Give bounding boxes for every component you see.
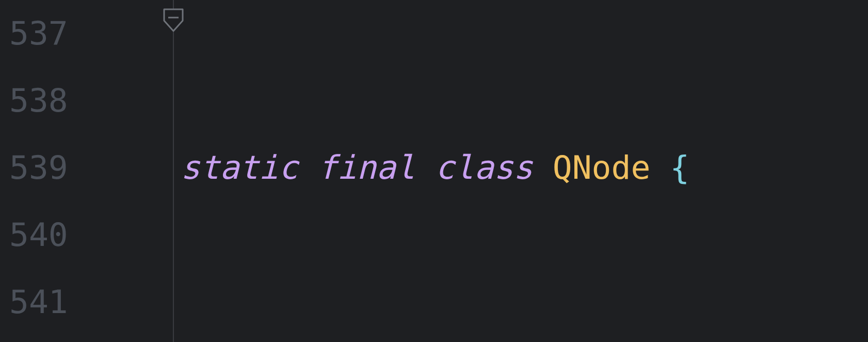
code-area[interactable]: static final class QNode { volatile QNod… <box>181 0 868 342</box>
space <box>533 134 553 201</box>
space <box>298 134 318 201</box>
punct-token: ; <box>635 336 655 342</box>
collapse-icon <box>163 8 184 33</box>
line-number: 541 <box>9 269 93 336</box>
punct-token: { <box>670 134 689 201</box>
line-number: 538 <box>9 67 93 134</box>
keyword-token: static <box>181 134 298 201</box>
space <box>420 336 439 342</box>
identifier-token: next <box>557 336 635 342</box>
keyword-token: final <box>318 134 416 201</box>
fold-gutter <box>93 0 181 342</box>
keyword-token: class <box>435 134 533 201</box>
line-number: 540 <box>9 201 93 269</box>
type-token: QNode <box>439 336 537 342</box>
type-token: QNode <box>553 134 651 201</box>
code-editor[interactable]: 537 538 539 540 541 static final class Q… <box>0 0 868 342</box>
space <box>415 134 435 201</box>
line-number-gutter: 537 538 539 540 541 <box>0 0 93 342</box>
fold-toggle[interactable] <box>163 8 184 33</box>
space <box>537 336 557 342</box>
code-line[interactable]: volatile QNode next; <box>181 336 868 342</box>
keyword-token: volatile <box>263 336 420 342</box>
space <box>650 134 670 201</box>
indent-guide <box>173 0 174 342</box>
line-number: 537 <box>9 0 93 67</box>
line-number: 539 <box>9 134 93 201</box>
code-line[interactable]: static final class QNode { <box>181 134 868 201</box>
